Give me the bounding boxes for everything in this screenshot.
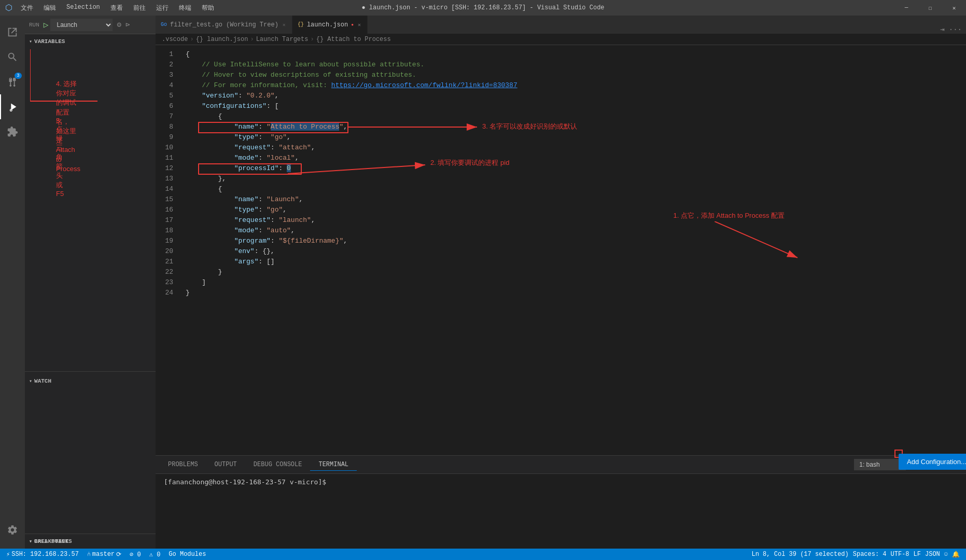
window-controls: ─ ☐ ✕: [894, 0, 966, 16]
tab-problems[interactable]: PROBLEMS: [160, 459, 206, 471]
debug-config-select[interactable]: Launch Attach to Process: [50, 19, 113, 31]
debug-toolbar: RUN ▷ Launch Attach to Process ⚙ ⊳: [25, 16, 156, 34]
encoding-label: UTF-8: [891, 551, 909, 558]
go-modules-label: Go Modules: [169, 551, 206, 558]
titlebar: ⬡ 文件 编辑 Selection 查看 前往 运行 终端 帮助 ● launc…: [0, 0, 966, 16]
warnings-label: ⚠ 0: [149, 551, 161, 558]
status-right: Ln 8, Col 39 (17 selected) Spaces: 4 UTF…: [750, 549, 962, 560]
tab-modified-dot: ●: [351, 22, 354, 27]
menu-help[interactable]: 帮助: [198, 3, 218, 13]
tab-launch-json[interactable]: {} launch.json ● ✕: [292, 16, 368, 34]
code-content[interactable]: { // Use IntelliSense to learn about pos…: [181, 45, 966, 455]
breadcrumb: .vscode › {} launch.json › Launch Target…: [156, 34, 966, 45]
chevron-right-icon: ▾: [29, 378, 32, 384]
tab-terminal[interactable]: TERMINAL: [310, 459, 357, 471]
warnings-status[interactable]: ⚠ 0: [147, 549, 163, 560]
chevron-down-icon: ▾: [29, 38, 32, 45]
line-ending-status[interactable]: LF: [912, 549, 923, 560]
menu-view[interactable]: 查看: [106, 3, 127, 13]
errors-status[interactable]: ⊘ 0: [128, 549, 143, 560]
breadcrumb-sep2: ›: [250, 36, 254, 43]
tab-filter-close[interactable]: ✕: [282, 21, 287, 29]
notification-icons: 🔔: [950, 549, 962, 560]
window-title: ● launch.json - v-micro [SSH: 192.168.23…: [361, 4, 604, 11]
ssh-status[interactable]: ⚡ SSH: 192.168.23.57: [4, 549, 81, 560]
line-numbers: 1234 5678 9101112 13141516 17181920 2122…: [156, 45, 181, 455]
tab-launch-close[interactable]: ✕: [357, 21, 362, 29]
line-ending-label: LF: [914, 551, 921, 558]
remote-icon: ⚡: [6, 551, 10, 558]
panel-content[interactable]: [fananchong@host-192-168-23-57 v-micro]$: [156, 474, 966, 549]
code-editor: 1234 5678 9101112 13141516 17181920 2122…: [156, 45, 966, 455]
more-actions-icon[interactable]: ···: [949, 25, 962, 34]
menu-edit[interactable]: 编辑: [39, 3, 60, 13]
menu-run[interactable]: 运行: [152, 3, 173, 13]
status-bar: ⚡ SSH: 192.168.23.57 ⑃ master ⟳ ⊘ 0 ⚠ 0 …: [0, 549, 966, 560]
maximize-button[interactable]: ☐: [918, 0, 942, 16]
tab-debug-console[interactable]: DEBUG CONSOLE: [245, 459, 311, 471]
close-button[interactable]: ✕: [942, 0, 966, 16]
breakpoints-section: ▾ BREAKPOINTS: [25, 534, 156, 549]
tab-launch-icon: {}: [298, 22, 304, 27]
run-label: RUN: [29, 22, 39, 28]
activity-bar: 3: [0, 16, 25, 549]
menu-goto[interactable]: 前往: [129, 3, 150, 13]
go-modules-status[interactable]: Go Modules: [166, 549, 208, 560]
breadcrumb-launch-json[interactable]: {} launch.json: [196, 36, 248, 43]
tab-filter-label: filter_test.go (Working Tree): [170, 21, 278, 29]
language-status[interactable]: JSON: [923, 549, 942, 560]
terminal-prompt: [fananchong@host-192-168-23-57 v-micro]$: [164, 478, 326, 486]
panel-tabs: PROBLEMS OUTPUT DEBUG CONSOLE TERMINAL 1…: [156, 456, 966, 474]
variables-section-title[interactable]: ▾ VARIABLES: [25, 36, 156, 47]
breadcrumb-attach-process[interactable]: {} Attach to Process: [316, 36, 391, 43]
breadcrumb-sep1: ›: [190, 36, 193, 43]
panel: PROBLEMS OUTPUT DEBUG CONSOLE TERMINAL 1…: [156, 455, 966, 549]
sidebar: RUN ▷ Launch Attach to Process ⚙ ⊳ ▾ VAR…: [25, 16, 156, 549]
watch-section: ▾ WATCH: [25, 371, 156, 388]
editor-area: Go filter_test.go (Working Tree) ✕ {} la…: [156, 16, 966, 549]
encoding-status[interactable]: UTF-8: [889, 549, 912, 560]
spaces-status[interactable]: Spaces: 4: [851, 549, 889, 560]
activity-icon-settings[interactable]: [0, 517, 25, 542]
activity-icon-source-control[interactable]: 3: [0, 69, 25, 94]
split-editor-icon[interactable]: ⇥: [940, 25, 944, 34]
activity-icon-explorer[interactable]: [0, 20, 25, 45]
tab-filter-test[interactable]: Go filter_test.go (Working Tree) ✕: [156, 16, 292, 34]
breakpoints-label: BREAKPOINTS: [34, 538, 72, 544]
tab-launch-label: launch.json: [307, 21, 348, 29]
menu-file[interactable]: 文件: [17, 3, 37, 13]
breadcrumb-sep3: ›: [310, 36, 314, 43]
menu-terminal[interactable]: 终端: [175, 3, 195, 13]
tab-bar: Go filter_test.go (Working Tree) ✕ {} la…: [156, 16, 966, 34]
debug-play-button[interactable]: ▷: [44, 20, 49, 30]
position-status[interactable]: Ln 8, Col 39 (17 selected): [750, 549, 851, 560]
chevron-right-icon-2: ▾: [29, 538, 32, 544]
watch-section-title[interactable]: ▾ WATCH: [25, 376, 156, 386]
branch-icon: ⑃: [87, 551, 91, 558]
breadcrumb-launch-targets[interactable]: Launch Targets: [256, 36, 309, 43]
spaces-label: Spaces: 4: [853, 551, 887, 558]
branch-label: master: [92, 551, 115, 558]
branch-status[interactable]: ⑃ master ⟳: [85, 549, 123, 560]
activity-icon-extensions[interactable]: [0, 119, 25, 144]
watch-label: WATCH: [34, 378, 51, 384]
breadcrumb-vscode[interactable]: .vscode: [162, 36, 188, 43]
position-label: Ln 8, Col 39 (17 selected): [752, 551, 849, 558]
activity-icon-run[interactable]: [0, 94, 25, 119]
debug-expand-icon[interactable]: ⊳: [125, 20, 130, 29]
debug-settings-icon[interactable]: ⚙: [115, 18, 123, 31]
add-configuration-button[interactable]: Add Configuration...: [899, 454, 966, 470]
minimize-button[interactable]: ─: [894, 0, 918, 16]
tab-output[interactable]: OUTPUT: [206, 459, 245, 471]
menu-selection[interactable]: Selection: [62, 3, 104, 13]
errors-label: ⊘ 0: [130, 551, 141, 558]
sync-icon: ⟳: [116, 551, 121, 558]
language-label: JSON: [925, 551, 940, 558]
ssh-label: SSH: 192.168.23.57: [11, 551, 79, 558]
breakpoints-section-title[interactable]: ▾ BREAKPOINTS: [25, 536, 156, 547]
bell-icon[interactable]: 🔔: [952, 551, 960, 558]
feedback-icon[interactable]: ☺: [942, 549, 950, 560]
activity-icon-search[interactable]: [0, 45, 25, 69]
source-control-badge: 3: [15, 73, 22, 79]
variables-section: ▾ VARIABLES: [25, 34, 156, 371]
